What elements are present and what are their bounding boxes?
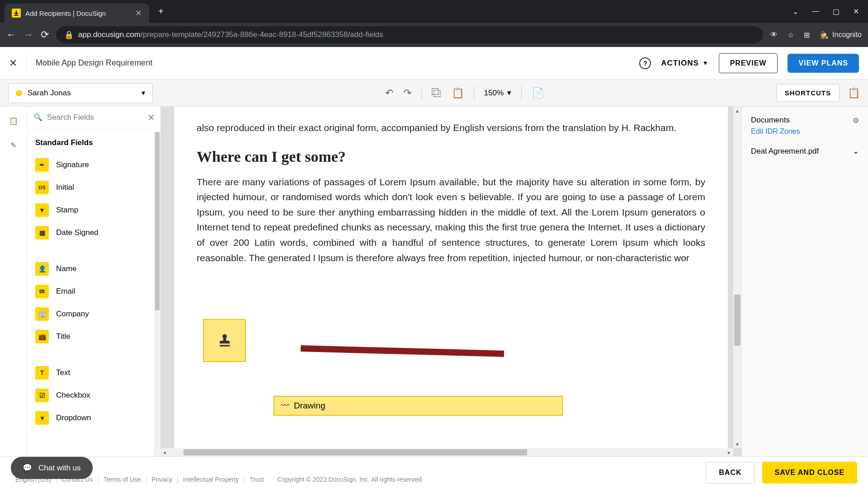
browser-tab[interactable]: Add Recipients | DocuSign ✕ [5, 4, 149, 23]
email-icon: ✉ [35, 285, 49, 298]
eye-off-icon[interactable]: 👁 [770, 31, 778, 39]
maximize-icon[interactable]: ▢ [833, 7, 840, 16]
chevron-down-icon: ▼ [703, 60, 709, 66]
document-title: Mobile App Design Requirement [36, 58, 152, 68]
tab-close-icon[interactable]: ✕ [135, 8, 142, 18]
recipient-dropdown[interactable]: Sarah Jonas ▾ [8, 83, 153, 103]
paste-icon[interactable]: 📋 [452, 87, 464, 99]
copy-icon[interactable]: ⿻ [432, 87, 442, 99]
stamp-field-placed[interactable] [203, 319, 246, 362]
left-rail: 📋 ✎ [0, 107, 27, 456]
field-name[interactable]: 👤Name [27, 258, 154, 280]
field-label: Checkbox [56, 391, 90, 400]
doc-heading: Where can I get some? [197, 148, 705, 165]
gear-icon[interactable]: ⚙ [853, 116, 859, 125]
field-label: Email [56, 287, 75, 296]
stamp-icon [216, 332, 233, 349]
footer-link[interactable]: Intellectual Property [183, 476, 239, 483]
view-plans-button[interactable]: VIEW PLANS [788, 54, 859, 73]
doc-filename: Deal Agreement.pdf [751, 147, 819, 156]
scroll-right-icon[interactable]: ▸ [725, 448, 733, 456]
preview-button[interactable]: PREVIEW [719, 53, 778, 73]
document-item[interactable]: Deal Agreement.pdf ⌄ [751, 146, 859, 156]
fields-tab-icon[interactable]: 📋 [8, 115, 19, 127]
field-label: Stamp [56, 206, 78, 215]
back-button[interactable]: BACK [706, 462, 755, 483]
close-icon[interactable]: ✕ [9, 57, 17, 69]
separator [421, 86, 422, 100]
sidebar-scrollbar[interactable] [154, 132, 160, 456]
edit-idr-link[interactable]: Edit IDR Zones [751, 127, 859, 136]
clipboard-icon[interactable]: 📋 [848, 87, 860, 99]
help-icon[interactable]: ? [639, 57, 651, 69]
field-email[interactable]: ✉Email [27, 280, 154, 303]
main-area: 📋 ✎ 🔍 ✕ Standard Fields ✒Signature DSIni… [0, 107, 868, 456]
document-page[interactable]: also reproduced in their exact original … [174, 107, 728, 456]
chat-button[interactable]: 💬 Chat with us [11, 457, 93, 479]
footer-link[interactable]: Trust [250, 476, 264, 483]
clear-search-icon[interactable]: ✕ [147, 112, 155, 123]
actions-dropdown[interactable]: ACTIONS ▼ [661, 59, 708, 68]
actions-label: ACTIONS [661, 59, 699, 68]
zoom-dropdown[interactable]: 150% ▾ [484, 88, 511, 98]
stamp-icon: ▼ [35, 203, 49, 217]
forward-icon[interactable]: → [24, 29, 33, 41]
field-checkbox[interactable]: ☑Checkbox [27, 384, 154, 407]
field-label: Name [56, 264, 76, 273]
copyright: Copyright © 2022 DocuSign, Inc. All righ… [278, 476, 422, 483]
divider [26, 55, 27, 71]
search-input[interactable] [47, 113, 143, 122]
field-signature[interactable]: ✒Signature [27, 154, 154, 176]
scroll-thumb[interactable] [734, 295, 741, 346]
chevron-down-icon: ▾ [142, 89, 145, 97]
field-label: Initial [56, 183, 74, 192]
building-icon: 🏢 [35, 307, 49, 321]
chevron-down-icon: ⌄ [853, 146, 859, 156]
toolbar: Sarah Jonas ▾ ↶ ↷ ⿻ 📋 150% ▾ 📄 SHORTCUTS… [0, 80, 868, 107]
reload-icon[interactable]: ⟳ [41, 29, 49, 41]
scroll-up-icon[interactable]: ▴ [733, 107, 741, 115]
minimize-icon[interactable]: — [812, 7, 819, 16]
pen-tab-icon[interactable]: ✎ [8, 139, 19, 151]
checkbox-icon: ☑ [35, 389, 49, 402]
field-label: Dropdown [56, 413, 91, 422]
undo-icon[interactable]: ↶ [385, 87, 393, 99]
field-title[interactable]: 💼Title [27, 325, 154, 348]
window-controls: ⌄ — ▢ ✕ [793, 7, 868, 16]
field-label: Text [56, 368, 70, 377]
star-icon[interactable]: ☆ [788, 31, 794, 39]
field-date-signed[interactable]: ▦Date Signed [27, 221, 154, 244]
scroll-thumb[interactable] [184, 449, 527, 455]
url-input[interactable]: 🔒 app.docusign.com/prepare-template/2492… [56, 26, 763, 43]
field-label: Signature [56, 160, 89, 169]
footer: 💬 Chat with us English (US)| Contact Us|… [0, 456, 868, 488]
back-icon[interactable]: ← [6, 29, 16, 41]
field-company[interactable]: 🏢Company [27, 303, 154, 325]
new-tab-button[interactable]: + [158, 6, 164, 17]
drawn-stroke[interactable] [301, 345, 504, 357]
scroll-down-icon[interactable]: ▾ [733, 440, 741, 448]
save-close-button[interactable]: SAVE AND CLOSE [762, 462, 857, 483]
field-text[interactable]: TText [27, 361, 154, 384]
chevron-down-icon[interactable]: ⌄ [793, 7, 798, 16]
horizontal-scrollbar[interactable]: ◂ ▸ [160, 448, 733, 456]
footer-link[interactable]: Privacy [151, 476, 172, 483]
incognito-icon: 🕵 [820, 31, 829, 39]
person-icon: 👤 [35, 262, 49, 276]
vertical-scrollbar[interactable]: ▴ ▾ [733, 107, 741, 448]
search-fields-box: 🔍 ✕ [27, 107, 160, 128]
scroll-left-icon[interactable]: ◂ [160, 448, 169, 456]
redo-icon[interactable]: ↷ [403, 87, 411, 99]
footer-link[interactable]: Terms of Use [104, 476, 141, 483]
close-window-icon[interactable]: ✕ [853, 7, 859, 16]
field-stamp[interactable]: ▼Stamp [27, 199, 154, 221]
shortcuts-button[interactable]: SHORTCUTS [776, 84, 840, 102]
incognito-badge[interactable]: 🕵 Incognito [820, 31, 862, 39]
drawing-field-placed[interactable]: 〰 Drawing [274, 396, 563, 416]
extensions-icon[interactable]: ⊞ [804, 31, 810, 39]
field-dropdown[interactable]: ▾Dropdown [27, 407, 154, 429]
field-initial[interactable]: DSInitial [27, 176, 154, 199]
page-icon[interactable]: 📄 [532, 87, 544, 99]
chevron-down-icon: ▾ [507, 88, 511, 98]
calendar-icon: ▦ [35, 226, 49, 239]
